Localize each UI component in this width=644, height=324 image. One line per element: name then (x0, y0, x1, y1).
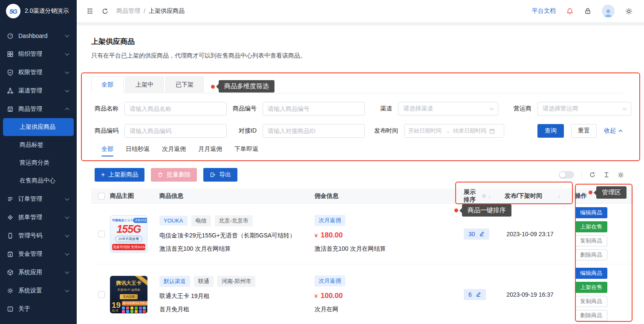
app-icons-grid (122, 307, 147, 313)
logo-5g-icon: 5G (6, 4, 20, 18)
tab-all[interactable]: 全部 (91, 76, 124, 93)
sidebar-item-funds[interactable]: 资金管理 (0, 245, 77, 263)
lock-icon[interactable] (584, 7, 592, 15)
onsale-product-button[interactable]: 上架在售 (575, 282, 607, 293)
table-refresh-icon[interactable] (589, 171, 596, 178)
sidebar-subitem-onsale-center[interactable]: 在售商品中心 (0, 172, 77, 190)
sort-value-editor[interactable]: 6 (464, 289, 486, 300)
chevron-down-icon (65, 251, 69, 255)
products-table: 商品主图 商品信息 佣金信息 展示排序 ? ↓ 发布/下架时间 ↓ 操作 (91, 188, 634, 324)
user-avatar[interactable] (602, 5, 615, 17)
page-content: 上架供应商品 只有在平台已上架的供应商品，代理商才可以到在售商品中心列表中查看该… (77, 26, 644, 324)
sidebar-item-dashboard[interactable]: Dashboard (0, 26, 77, 45)
table-controls (559, 171, 624, 179)
trash-icon (157, 172, 163, 178)
type-tab-instant[interactable]: 下单即返 (234, 145, 258, 156)
product-subtitle: 首月免月租 (159, 306, 308, 313)
edit-product-button[interactable]: 编辑商品 (575, 207, 607, 218)
sidebar-subitem-supply-products[interactable]: 上架供应商品 (3, 118, 74, 136)
settings-gear-icon[interactable] (625, 7, 633, 15)
sidebar-item-permission[interactable]: 权限管理 (0, 63, 77, 81)
dock-id-label: 对接ID (229, 127, 257, 135)
column-settings-gear-icon[interactable] (617, 171, 624, 179)
sidebar-item-numbers[interactable]: 管理号码 (0, 226, 77, 245)
delete-product-button[interactable]: 删除商品 (575, 249, 607, 260)
sidebar-item-about[interactable]: 关于 (0, 300, 77, 318)
product-no-input[interactable] (263, 102, 365, 116)
copy-product-button[interactable]: 复制商品 (575, 296, 607, 307)
breadcrumb: 商品管理 / 上架供应商品 (116, 7, 185, 15)
sidebar-subitem-product-tags[interactable]: 商品标签 (0, 136, 77, 154)
sort-desc-arrow-icon[interactable]: ↓ (488, 193, 491, 199)
publish-time: 2023-10-09 23:17 (506, 231, 554, 237)
product-tags: YOUKA 电信 北京-北京市 (159, 215, 308, 226)
sidebar-subitem-operator-category[interactable]: 营运商分类 (0, 154, 77, 172)
refresh-icon[interactable] (101, 8, 109, 15)
product-name-input[interactable] (124, 102, 227, 116)
edit-product-button[interactable]: 编辑商品 (575, 268, 607, 279)
type-tab-all[interactable]: 全部 (101, 145, 113, 156)
field-publish-time: 发布时间 开始日期时间 → 结束日期时间 (371, 124, 504, 138)
operator-select[interactable]: 请选择营运商 (537, 102, 631, 116)
sidebar-item-apps[interactable]: 系统应用 (0, 263, 77, 281)
mobile-icon (7, 232, 14, 239)
select-all-checkbox[interactable] (98, 193, 105, 200)
date-range-picker[interactable]: 开始日期时间 → 结束日期时间 (404, 124, 504, 138)
breadcrumb-parent[interactable]: 商品管理 (116, 7, 140, 15)
sidebar: 5G 2.0渠道分销演示 Dashboard 组织管理 权限管理 渠道管理 商品… (0, 0, 77, 324)
sidebar-item-org[interactable]: 组织管理 (0, 45, 77, 63)
cube-icon (7, 269, 14, 276)
channel-select[interactable]: 请选择渠道 (398, 102, 498, 116)
sidebar-item-settings[interactable]: 系统设置 (0, 281, 77, 300)
sort-desc-arrow-icon[interactable]: ↓ (558, 193, 561, 199)
page-title: 上架供应商品 (91, 37, 630, 46)
sidebar-item-grab[interactable]: 抓单管理 (0, 208, 77, 226)
export-button[interactable]: 导出 (203, 168, 237, 182)
sidebar-item-product[interactable]: 商品管理 (0, 100, 77, 118)
collapse-filter-link[interactable]: 收起 (604, 127, 623, 135)
row-checkbox[interactable] (98, 291, 105, 298)
type-tab-monthly[interactable]: 月月返佣 (198, 145, 222, 156)
platform-docs-link[interactable]: 平台文档 (532, 7, 556, 15)
chevron-down-icon (65, 269, 69, 274)
table-header: 商品主图 商品信息 佣金信息 展示排序 ? ↓ 发布/下架时间 ↓ 操作 (91, 188, 634, 204)
col-header-action: 操作 (563, 192, 634, 200)
chevron-down-icon (65, 196, 69, 200)
sort-value-editor[interactable]: 30 (464, 229, 489, 240)
table-toggle-switch[interactable] (559, 171, 574, 179)
chevron-down-icon (65, 51, 69, 55)
tab-onshelf[interactable]: 上架中 (125, 76, 164, 93)
batch-delete-button[interactable]: 批量删除 (151, 168, 197, 182)
chevron-down-icon (65, 214, 69, 219)
row-checkbox[interactable] (98, 231, 105, 237)
col-header-time: 发布/下架时间 ↓ (497, 192, 563, 200)
org-grid-icon (7, 51, 14, 58)
type-tab-nextmonth[interactable]: 次月返佣 (162, 145, 186, 156)
product-code-input[interactable] (124, 124, 227, 138)
search-button[interactable]: 查询 (537, 124, 564, 138)
add-product-button[interactable]: + 上架新商品 (95, 168, 144, 182)
onsale-product-button[interactable]: 上架在售 (575, 221, 607, 232)
copy-product-button[interactable]: 复制商品 (575, 235, 607, 246)
channel-label: 渠道 (371, 105, 392, 113)
sidebar-nav: Dashboard 组织管理 权限管理 渠道管理 商品管理 上架供应商品 商品标… (0, 22, 77, 318)
sidebar-item-order[interactable]: 订单管理 (0, 190, 77, 208)
question-circle-icon[interactable]: ? (482, 193, 486, 199)
app-title: 2.0渠道分销演示 (25, 7, 69, 15)
delete-product-button[interactable]: 删除商品 (575, 310, 607, 321)
chevron-down-icon (623, 106, 627, 110)
list-icon (7, 196, 14, 202)
tab-offshelf[interactable]: 已下架 (165, 76, 204, 93)
product-no-label: 商品编号 (229, 105, 257, 113)
commission-desc: 次月在网 (315, 306, 447, 313)
sidebar-item-channel[interactable]: 渠道管理 (0, 81, 77, 100)
product-tags: 默认渠道 联通 河南-郑州市 (159, 276, 308, 287)
notification-bell-icon[interactable] (566, 7, 574, 15)
dock-id-input[interactable] (263, 124, 365, 138)
breadcrumb-separator: / (144, 8, 145, 14)
type-tab-daily[interactable]: 日结秒返 (126, 145, 150, 156)
collapse-sidebar-icon[interactable] (86, 7, 94, 15)
row-height-icon[interactable] (603, 171, 610, 178)
filter-actions: 查询 重置 收起 (537, 124, 623, 138)
reset-button[interactable]: 重置 (571, 124, 597, 138)
